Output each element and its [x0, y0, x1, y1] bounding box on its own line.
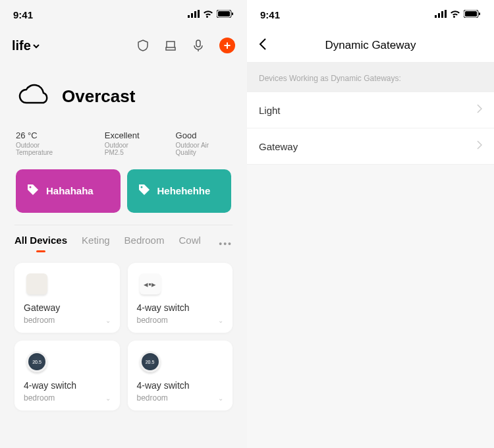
- svg-rect-15: [465, 11, 477, 16]
- scene-card-2[interactable]: Hehehehhe: [127, 169, 232, 213]
- wifi-icon: [450, 9, 460, 20]
- tab-bedroom[interactable]: Bedroom: [124, 235, 165, 252]
- svg-rect-12: [441, 11, 443, 18]
- device-room: bedroom: [24, 316, 55, 325]
- tab-all-devices[interactable]: All Devices: [14, 235, 67, 252]
- device-name: Gateway: [24, 302, 111, 313]
- wifi-icon: [203, 9, 213, 20]
- cloud-icon: [16, 82, 51, 111]
- chevron-down-icon: ⌄: [218, 395, 223, 402]
- tag-icon: [138, 183, 151, 199]
- chevron-down-icon: ⌄: [105, 317, 111, 324]
- svg-rect-16: [479, 13, 480, 15]
- svg-rect-7: [196, 40, 200, 47]
- metric-temperature[interactable]: 26 °C Outdoor Temperature: [16, 130, 78, 156]
- svg-rect-10: [435, 15, 437, 18]
- svg-rect-0: [188, 15, 190, 18]
- status-time: 9:41: [260, 9, 280, 20]
- device-card-switch-2[interactable]: 20.5 4-way switch bedroom ⌄: [14, 341, 120, 410]
- plus-icon: +: [224, 39, 231, 53]
- scene-card-1[interactable]: Hahahaha: [16, 169, 121, 213]
- list-item-label: Light: [259, 105, 281, 116]
- svg-rect-2: [194, 11, 196, 18]
- room-tabs: All Devices Keting Bedroom Cowl •••: [14, 235, 233, 252]
- add-button[interactable]: +: [219, 38, 235, 53]
- chevron-down-icon: ⌄: [105, 395, 111, 402]
- back-button[interactable]: [259, 38, 267, 53]
- tabs-more-icon[interactable]: •••: [219, 238, 233, 249]
- weather-condition: Overcast: [62, 86, 135, 107]
- scene-label: Hehehehhe: [157, 185, 211, 197]
- tag-icon: [26, 183, 40, 199]
- metric-air-quality[interactable]: Good Outdoor Air Quality: [176, 130, 231, 156]
- gateway-icon: [26, 273, 47, 294]
- device-room: bedroom: [137, 316, 168, 325]
- device-grid: Gateway bedroom ⌄ ◂▪▸ 4-way switch bedro…: [0, 258, 247, 416]
- status-icons: [435, 9, 481, 20]
- status-time: 9:41: [13, 9, 33, 20]
- home-name: life: [12, 38, 31, 53]
- shield-icon[interactable]: [136, 39, 150, 52]
- signal-icon: [435, 9, 447, 20]
- tab-cowl[interactable]: Cowl: [178, 235, 200, 252]
- section-header: Devices Working as Dynamic Gateways:: [247, 62, 494, 92]
- list-item-gateway[interactable]: Gateway: [247, 128, 494, 165]
- tab-keting[interactable]: Keting: [82, 235, 110, 252]
- status-bar: 9:41: [247, 0, 494, 29]
- weather-metrics: 26 °C Outdoor Temperature Excellent Outd…: [0, 119, 247, 165]
- device-room: bedroom: [24, 393, 55, 403]
- device-name: 4-way switch: [137, 380, 224, 391]
- app-header: life +: [0, 29, 247, 62]
- device-name: 4-way switch: [137, 302, 224, 313]
- battery-icon: [217, 9, 234, 20]
- svg-rect-5: [218, 11, 230, 16]
- battery-icon: [464, 9, 481, 20]
- svg-rect-11: [438, 13, 440, 18]
- chevron-right-icon: [477, 104, 482, 116]
- scenes-row: Hahahaha Hehehehhe: [0, 165, 247, 225]
- list-item-label: Gateway: [259, 141, 298, 152]
- device-name: 4-way switch: [24, 380, 111, 391]
- page-title: Dynamic Gateway: [259, 39, 482, 52]
- svg-point-8: [30, 186, 32, 188]
- metric-pm25[interactable]: Excellent Outdoor PM2.5: [105, 130, 150, 156]
- list-item-light[interactable]: Light: [247, 92, 494, 128]
- svg-rect-6: [232, 13, 233, 15]
- device-room: bedroom: [137, 393, 168, 403]
- home-selector[interactable]: life: [12, 38, 40, 53]
- microphone-icon[interactable]: [192, 39, 205, 52]
- page-header: Dynamic Gateway: [247, 29, 494, 62]
- status-icons: [188, 9, 234, 20]
- device-card-switch-3[interactable]: 20.5 4-way switch bedroom ⌄: [128, 341, 233, 410]
- device-card-gateway[interactable]: Gateway bedroom ⌄: [14, 263, 120, 333]
- weather-section[interactable]: Overcast: [0, 62, 247, 119]
- switch-icon: ◂▪▸: [140, 273, 161, 294]
- svg-point-9: [140, 186, 142, 188]
- chevron-down-icon: [32, 38, 40, 53]
- svg-rect-3: [198, 10, 200, 18]
- storage-icon[interactable]: [164, 39, 177, 52]
- svg-rect-13: [445, 10, 447, 18]
- status-bar: 9:41: [0, 0, 247, 29]
- scene-label: Hahahaha: [46, 185, 94, 197]
- device-card-switch-1[interactable]: ◂▪▸ 4-way switch bedroom ⌄: [128, 263, 233, 333]
- thermostat-icon: 20.5: [26, 351, 47, 372]
- signal-icon: [188, 9, 200, 20]
- thermostat-icon: 20.5: [140, 351, 161, 372]
- chevron-right-icon: [477, 140, 482, 152]
- chevron-down-icon: ⌄: [218, 317, 223, 324]
- svg-rect-1: [191, 13, 193, 18]
